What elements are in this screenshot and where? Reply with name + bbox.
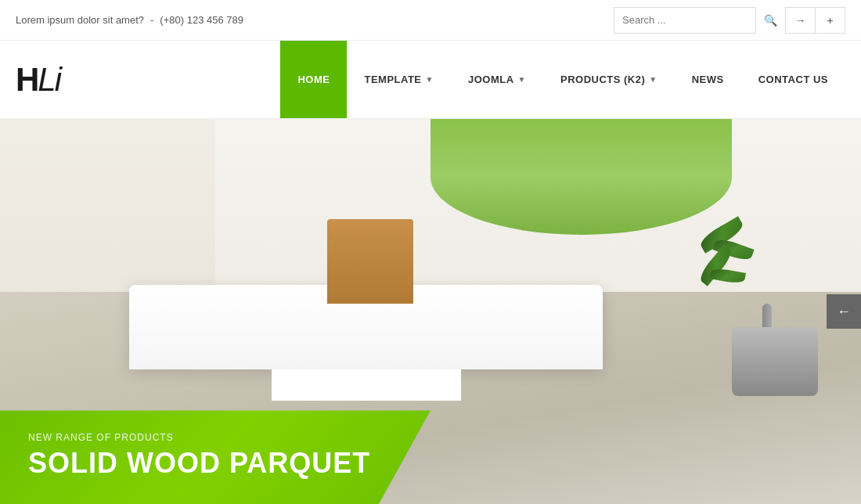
plant-pot [732,327,818,397]
plant-leaves [706,227,827,311]
hero-title: SOLID WOOD PARQUET [28,448,402,479]
hero-text-overlay: NEW RANGE OF PRODUCTS SOLID WOOD PARQUET [0,410,430,504]
chevron-down-icon: ▼ [426,75,434,84]
header: HLi HOME TEMPLATE ▼ JOOMLA ▼ PRODUCTS (K… [0,41,861,119]
topbar-left: Lorem ipsum dolor sit amet? - (+80) 123 … [16,14,243,26]
logo-li: Li [38,61,60,98]
arrow-button[interactable]: → [786,7,816,34]
nav-item-contact[interactable]: CONTACT US [741,41,845,118]
nav-item-products[interactable]: PRODUCTS (K2) ▼ [543,41,675,118]
plant [732,242,818,396]
phone: (+80) 123 456 789 [160,14,243,26]
topbar: Lorem ipsum dolor sit amet? - (+80) 123 … [0,0,861,41]
main-nav: HOME TEMPLATE ▼ JOOMLA ▼ PRODUCTS (K2) ▼… [157,41,845,118]
hero-prev-arrow[interactable]: ← [827,294,861,329]
chair [327,219,413,304]
hero-section: ← NEW RANGE OF PRODUCTS SOLID WOOD PARQU… [0,119,861,504]
search-wrapper: 🔍 [614,7,786,34]
plus-button[interactable]: + [816,7,845,34]
nav-item-home[interactable]: HOME [280,41,347,118]
search-input[interactable] [614,8,755,33]
nav-label-joomla: JOOMLA [468,74,514,85]
nav-label-template: TEMPLATE [364,74,421,85]
logo-h: H [16,61,38,98]
nav-label-products: PRODUCTS (K2) [560,74,645,85]
tagline: Lorem ipsum dolor sit amet? [16,14,144,26]
chevron-down-icon: ▼ [518,75,526,84]
search-button[interactable]: 🔍 [755,7,785,34]
chevron-down-icon: ▼ [649,75,657,84]
nav-item-joomla[interactable]: JOOMLA ▼ [451,41,543,118]
hero-subtitle: NEW RANGE OF PRODUCTS [28,432,402,443]
nav-item-news[interactable]: NEWS [675,41,741,118]
separator: - [150,14,153,26]
nav-item-template[interactable]: TEMPLATE ▼ [347,41,451,118]
topbar-right: 🔍 → + [614,7,845,34]
leaf [709,267,746,285]
window-green [430,119,732,235]
logo: HLi [16,61,157,99]
